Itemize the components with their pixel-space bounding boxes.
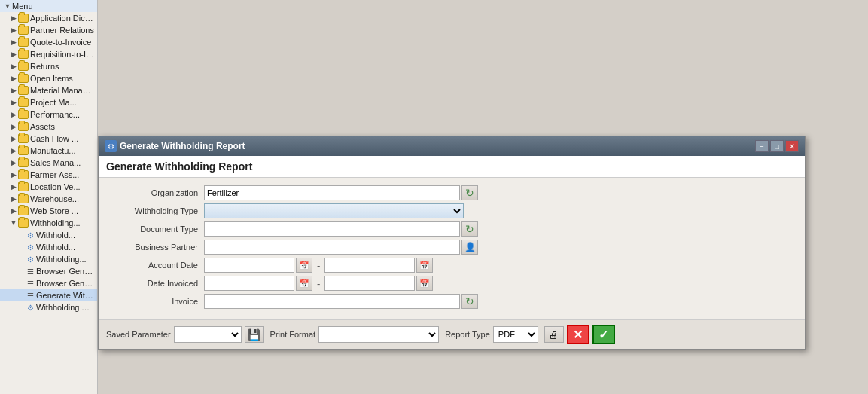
- withholding-type-select[interactable]: [204, 203, 464, 218]
- folder-icon: [18, 14, 29, 23]
- sidebar-item-manufacturing[interactable]: ▶ Manufactu...: [0, 145, 97, 157]
- document-type-input[interactable]: [204, 221, 460, 237]
- account-date-row: Account Date 📅 - 📅: [106, 258, 797, 273]
- invoice-input[interactable]: [204, 294, 460, 309]
- calendar-icon: 📅: [299, 261, 309, 270]
- dialog-heading-text: Generate Withholding Report: [106, 160, 252, 173]
- account-date-from-calendar-button[interactable]: 📅: [296, 258, 312, 273]
- sidebar-item-label: Web Store ...: [30, 206, 78, 215]
- sidebar-item-label: Withhold...: [36, 231, 75, 240]
- folder-icon: [18, 98, 29, 107]
- sidebar-item-performance[interactable]: ▶ Performanc...: [0, 108, 97, 121]
- organization-label: Organization: [106, 188, 204, 197]
- sidebar-item-assets[interactable]: ▶ Assets: [0, 121, 97, 133]
- sidebar-root-label: Menu: [12, 2, 33, 11]
- sidebar-item-label: Partner Relations: [30, 26, 94, 35]
- print-format-label: Print Format: [270, 330, 316, 339]
- expand-icon: ▶: [9, 158, 18, 167]
- document-type-lookup-button[interactable]: ↻: [461, 221, 478, 237]
- expand-icon: ▶: [9, 26, 18, 35]
- date-invoiced-row: Date Invoiced 📅 - 📅: [106, 276, 797, 291]
- date-invoiced-to-input[interactable]: [324, 276, 415, 291]
- sidebar-item-project-management[interactable]: ▶ Project Ma...: [0, 96, 97, 108]
- dialog-titlebar: ⚙ Generate Withholding Report − □ ✕: [99, 136, 805, 156]
- sidebar-item-withholding-sub3[interactable]: ⚙ Withholding...: [0, 253, 97, 265]
- sidebar-item-label: Browser Generate Withholding Declaration: [36, 279, 94, 288]
- organization-input[interactable]: [204, 185, 460, 200]
- cancel-icon: ✕: [573, 328, 583, 342]
- sidebar-item-browser-generate-send[interactable]: ☰ Browser Generate Withholding Send: [0, 265, 97, 277]
- refresh-icon: ↻: [465, 295, 474, 307]
- dialog-footer: Saved Parameter 💾 Print Format Report Ty…: [99, 319, 805, 349]
- invoice-lookup-button[interactable]: ↻: [461, 294, 478, 309]
- withholding-type-control: [204, 203, 464, 218]
- sidebar-item-label: Withholding...: [36, 255, 87, 264]
- dialog: ⚙ Generate Withholding Report − □ ✕ Gene…: [98, 136, 806, 350]
- sidebar-item-label: Farmer Ass...: [30, 170, 79, 179]
- sidebar-item-farmer-assistance[interactable]: ▶ Farmer Ass...: [0, 169, 97, 181]
- sidebar-item-menu-root[interactable]: ▼ Menu: [0, 0, 97, 12]
- business-partner-label: Business Partner: [106, 243, 204, 252]
- print-button[interactable]: 🖨: [544, 326, 564, 343]
- sidebar-item-application-dictionary[interactable]: ▶ Application Dictionary: [0, 12, 97, 24]
- minimize-button[interactable]: −: [755, 140, 769, 152]
- business-partner-input[interactable]: [204, 240, 460, 255]
- sidebar-item-requisition[interactable]: ▶ Requisition-to-Invoice: [0, 48, 97, 60]
- dialog-title: Generate Withholding Report: [120, 141, 245, 151]
- refresh-icon: ↻: [465, 223, 474, 235]
- account-date-to-input[interactable]: [324, 258, 415, 273]
- sidebar-item-label: Cash Flow ...: [30, 134, 78, 143]
- sidebar-item-open-items[interactable]: ▶ Open Items: [0, 72, 97, 84]
- print-format-select[interactable]: [318, 326, 439, 343]
- gear-icon: ⚙: [26, 243, 35, 252]
- sidebar-item-withholding-sub1[interactable]: ⚙ Withhold...: [0, 229, 97, 241]
- sidebar-item-sales-management[interactable]: ▶ Sales Mana...: [0, 157, 97, 169]
- business-partner-row: Business Partner 👤: [106, 240, 797, 255]
- account-date-from-input[interactable]: [204, 258, 294, 273]
- business-partner-person-button[interactable]: 👤: [461, 240, 478, 255]
- report-type-select[interactable]: PDF XLS CSV HTML: [493, 326, 538, 343]
- ok-button[interactable]: ✓: [592, 325, 615, 344]
- folder-icon: [18, 158, 29, 167]
- sidebar-item-withholding-sub2[interactable]: ⚙ Withhold...: [0, 241, 97, 253]
- sidebar-item-label: Location Ve...: [30, 182, 81, 191]
- saved-parameter-select[interactable]: [174, 326, 242, 343]
- expand-icon: [17, 279, 26, 288]
- date-invoiced-to-calendar-button[interactable]: 📅: [416, 276, 433, 291]
- gear-icon: ⚙: [26, 303, 35, 312]
- doc-icon: ☰: [26, 291, 35, 300]
- expand-icon: ▶: [9, 182, 18, 191]
- sidebar-item-generate-withholding-report[interactable]: ☰ Generate Withholding Report: [0, 289, 97, 301]
- folder-icon: [18, 74, 29, 83]
- sidebar-item-cash-flow[interactable]: ▶ Cash Flow ...: [0, 133, 97, 145]
- close-button[interactable]: ✕: [785, 140, 799, 152]
- expand-icon: ▼: [3, 2, 12, 11]
- sidebar-item-label: Assets: [30, 122, 55, 131]
- date-invoiced-from-input[interactable]: [204, 276, 294, 291]
- sidebar-item-web-store[interactable]: ▶ Web Store ...: [0, 205, 97, 217]
- calendar-icon: 📅: [419, 261, 430, 270]
- restore-button[interactable]: □: [770, 140, 784, 152]
- sidebar-item-withholding[interactable]: ▼ Withholding...: [0, 217, 97, 229]
- expand-icon: [17, 267, 26, 276]
- expand-icon: ▶: [9, 98, 18, 107]
- sidebar-item-warehouse[interactable]: ▶ Warehouse...: [0, 193, 97, 205]
- sidebar-item-browser-generate-declaration[interactable]: ☰ Browser Generate Withholding Declarati…: [0, 277, 97, 289]
- sidebar-item-location-verify[interactable]: ▶ Location Ve...: [0, 181, 97, 193]
- sidebar-item-partner-relations[interactable]: ▶ Partner Relations: [0, 24, 97, 36]
- dialog-heading: Generate Withholding Report: [99, 156, 805, 178]
- sidebar-item-returns[interactable]: ▶ Returns: [0, 60, 97, 72]
- cancel-button[interactable]: ✕: [567, 325, 589, 344]
- sidebar-item-quote-to-invoice[interactable]: ▶ Quote-to-Invoice: [0, 36, 97, 48]
- folder-icon: [18, 50, 29, 59]
- sidebar-item-label: Sales Mana...: [30, 158, 81, 167]
- sidebar-item-material-management[interactable]: ▶ Material Management: [0, 84, 97, 96]
- organization-lookup-button[interactable]: ↻: [461, 185, 478, 200]
- expand-icon: ▶: [9, 206, 18, 215]
- date-invoiced-from-calendar-button[interactable]: 📅: [296, 276, 312, 291]
- folder-icon: [18, 122, 29, 131]
- sidebar-item-withholding-allocation[interactable]: ⚙ Withholding Alloc...: [0, 301, 97, 313]
- save-parameter-button[interactable]: 💾: [245, 326, 264, 343]
- sidebar-item-label: Manufactu...: [30, 146, 76, 155]
- account-date-to-calendar-button[interactable]: 📅: [416, 258, 433, 273]
